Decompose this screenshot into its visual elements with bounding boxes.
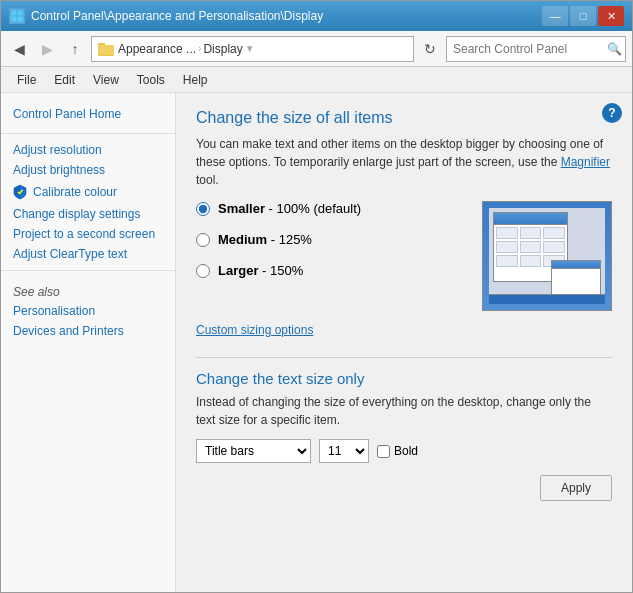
preview-cell [543, 227, 565, 239]
menu-view[interactable]: View [85, 71, 127, 89]
title-bar: Control Panel\Appearance and Personalisa… [1, 1, 632, 31]
sidebar-link-personalisation[interactable]: Personalisation [1, 301, 175, 321]
sidebar-link-devices[interactable]: Devices and Printers [1, 321, 175, 341]
preview-small-header [552, 261, 600, 269]
minimize-button[interactable]: — [542, 6, 568, 26]
address-box: Appearance ... › Display ▼ [91, 36, 414, 62]
svg-rect-0 [11, 10, 17, 16]
sidebar-link-brightness[interactable]: Adjust brightness [1, 160, 175, 180]
options-row: Smaller - 100% (default) Medium - 125% L… [196, 201, 612, 311]
custom-sizing-link[interactable]: Custom sizing options [196, 323, 313, 337]
preview-cell [496, 255, 518, 267]
sidebar: Control Panel Home Adjust resolution Adj… [1, 93, 176, 592]
window-title: Control Panel\Appearance and Personalisa… [31, 9, 323, 23]
apply-button[interactable]: Apply [540, 475, 612, 501]
crumb1: Appearance ... [118, 42, 196, 56]
radio-larger[interactable] [196, 264, 210, 278]
back-button[interactable]: ◀ [7, 37, 31, 61]
maximize-button[interactable]: □ [570, 6, 596, 26]
up-button[interactable]: ↑ [63, 37, 87, 61]
address-crumb: Appearance ... › Display ▼ [118, 42, 255, 56]
preview-cell [543, 241, 565, 253]
crumb-separator: › [198, 43, 201, 54]
menu-bar: File Edit View Tools Help [1, 67, 632, 93]
apply-btn-row: Apply [196, 475, 612, 501]
option-smaller: Smaller - 100% (default) [196, 201, 466, 216]
preview-taskbar [489, 294, 605, 304]
menu-tools[interactable]: Tools [129, 71, 173, 89]
radio-medium[interactable] [196, 233, 210, 247]
sidebar-link-calibrate[interactable]: Calibrate colour [1, 180, 175, 204]
svg-rect-2 [11, 16, 17, 22]
preview-image [482, 201, 612, 311]
sidebar-link-display-settings[interactable]: Change display settings [1, 204, 175, 224]
sidebar-link-cleartype[interactable]: Adjust ClearType text [1, 244, 175, 264]
folder-icon [98, 41, 114, 57]
sidebar-heading-home[interactable]: Control Panel Home [1, 103, 175, 127]
title-bar-left: Control Panel\Appearance and Personalisa… [9, 8, 323, 24]
label-smaller[interactable]: Smaller - 100% (default) [218, 201, 361, 216]
content-area: ? Change the size of all items You can m… [176, 93, 632, 592]
crumb-dropdown-arrow[interactable]: ▼ [245, 43, 255, 54]
magnifier-link[interactable]: Magnifier [561, 155, 610, 169]
preview-cell [520, 227, 542, 239]
see-also-label: See also [1, 277, 175, 301]
section1-title: Change the size of all items [196, 109, 612, 127]
option-medium: Medium - 125% [196, 232, 466, 247]
label-medium[interactable]: Medium - 125% [218, 232, 312, 247]
radio-smaller[interactable] [196, 202, 210, 216]
bold-label: Bold [394, 444, 418, 458]
window: Control Panel\Appearance and Personalisa… [0, 0, 633, 593]
label-larger[interactable]: Larger - 150% [218, 263, 303, 278]
section2-title: Change the text size only [196, 370, 612, 387]
refresh-button[interactable]: ↻ [418, 37, 442, 61]
preview-cell [520, 255, 542, 267]
menu-file[interactable]: File [9, 71, 44, 89]
preview-cell [496, 241, 518, 253]
main-area: Control Panel Home Adjust resolution Adj… [1, 93, 632, 592]
option-larger: Larger - 150% [196, 263, 466, 278]
preview-cell [520, 241, 542, 253]
preview-inner [489, 208, 605, 304]
text-item-select[interactable]: Title bars Menus Message boxes Palette t… [196, 439, 311, 463]
close-button[interactable]: ✕ [598, 6, 624, 26]
menu-edit[interactable]: Edit [46, 71, 83, 89]
search-input[interactable] [453, 42, 603, 56]
forward-button[interactable]: ▶ [35, 37, 59, 61]
section-divider [196, 357, 612, 358]
text-size-row: Title bars Menus Message boxes Palette t… [196, 439, 612, 463]
crumb2: Display [203, 42, 242, 56]
section2-desc: Instead of changing the size of everythi… [196, 393, 612, 429]
sidebar-link-project[interactable]: Project to a second screen [1, 224, 175, 244]
shield-icon [11, 183, 29, 201]
preview-cell [496, 227, 518, 239]
preview-main-header [494, 213, 567, 225]
search-box[interactable]: 🔍 [446, 36, 626, 62]
address-bar: ◀ ▶ ↑ Appearance ... › Display ▼ ↻ 🔍 [1, 31, 632, 67]
title-bar-controls: — □ ✕ [542, 6, 624, 26]
bold-checkbox-label: Bold [377, 444, 418, 458]
svg-rect-6 [98, 45, 114, 55]
svg-rect-3 [17, 16, 23, 22]
sidebar-divider2 [1, 270, 175, 271]
radio-options: Smaller - 100% (default) Medium - 125% L… [196, 201, 466, 294]
svg-rect-1 [17, 10, 23, 16]
app-icon [9, 8, 25, 24]
sidebar-divider [1, 133, 175, 134]
bold-checkbox[interactable] [377, 445, 390, 458]
size-select[interactable]: 9 10 11 12 14 16 [319, 439, 369, 463]
sidebar-link-resolution[interactable]: Adjust resolution [1, 140, 175, 160]
help-icon[interactable]: ? [602, 103, 622, 123]
section1-desc: You can make text and other items on the… [196, 135, 612, 189]
search-icon: 🔍 [607, 42, 622, 56]
menu-help[interactable]: Help [175, 71, 216, 89]
